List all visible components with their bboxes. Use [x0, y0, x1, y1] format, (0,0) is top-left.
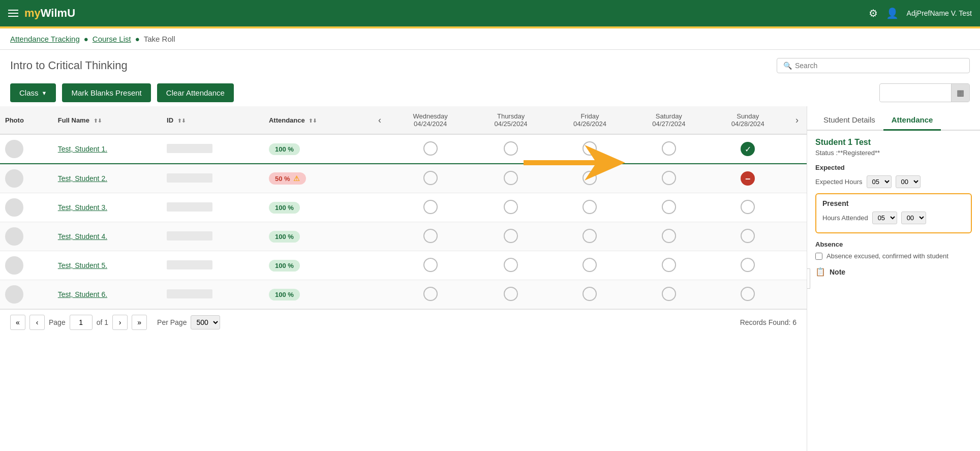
- daily-attendance-cell[interactable]: [550, 134, 629, 164]
- empty-circle[interactable]: [504, 258, 518, 272]
- empty-circle[interactable]: [741, 200, 755, 214]
- daily-attendance-cell[interactable]: –: [709, 164, 787, 193]
- daily-attendance-cell[interactable]: [629, 193, 708, 222]
- daily-attendance-cell[interactable]: [709, 251, 787, 280]
- empty-circle[interactable]: [504, 171, 518, 185]
- empty-circle[interactable]: [741, 287, 755, 301]
- student-link[interactable]: Test, Student 1.: [58, 145, 107, 153]
- daily-attendance-cell[interactable]: [389, 164, 472, 193]
- student-link[interactable]: Test, Student 5.: [58, 261, 107, 269]
- daily-attendance-cell[interactable]: [550, 251, 629, 280]
- absent-circle[interactable]: –: [741, 171, 755, 186]
- expected-hours-select[interactable]: 05: [867, 175, 892, 188]
- empty-circle[interactable]: [583, 229, 597, 243]
- prev-week-btn[interactable]: ‹: [375, 115, 384, 126]
- breadcrumb-home[interactable]: Attendance Tracking: [10, 35, 80, 43]
- daily-attendance-cell[interactable]: [709, 280, 787, 309]
- daily-attendance-cell[interactable]: [629, 251, 708, 280]
- empty-circle[interactable]: [662, 229, 676, 243]
- daily-attendance-cell[interactable]: [550, 164, 629, 193]
- empty-circle[interactable]: [504, 200, 518, 214]
- daily-attendance-cell[interactable]: [471, 164, 550, 193]
- daily-attendance-cell[interactable]: [629, 134, 708, 164]
- date-input[interactable]: 04/28/2024: [880, 85, 951, 101]
- note-section[interactable]: 📋 Note: [815, 267, 972, 277]
- empty-circle[interactable]: [504, 287, 518, 301]
- empty-circle[interactable]: [423, 258, 438, 272]
- daily-attendance-cell[interactable]: [550, 222, 629, 251]
- empty-circle[interactable]: [504, 229, 518, 243]
- daily-attendance-cell[interactable]: [389, 193, 472, 222]
- page-input[interactable]: 1: [70, 315, 93, 330]
- empty-circle[interactable]: [662, 141, 676, 156]
- empty-circle[interactable]: [741, 229, 755, 243]
- daily-attendance-cell[interactable]: [629, 280, 708, 309]
- daily-attendance-cell[interactable]: [471, 193, 550, 222]
- student-link[interactable]: Test, Student 2.: [58, 174, 107, 183]
- empty-circle[interactable]: [583, 287, 597, 301]
- empty-circle[interactable]: [662, 258, 676, 272]
- empty-circle[interactable]: [423, 287, 438, 301]
- daily-attendance-cell[interactable]: [389, 222, 472, 251]
- student-link[interactable]: Test, Student 4.: [58, 232, 107, 240]
- user-icon[interactable]: 👤: [886, 7, 899, 19]
- next-page-btn[interactable]: ›: [112, 315, 128, 330]
- empty-circle[interactable]: [423, 171, 438, 185]
- daily-attendance-cell[interactable]: [389, 280, 472, 309]
- empty-circle[interactable]: [583, 171, 597, 185]
- empty-circle[interactable]: [423, 200, 438, 214]
- present-minutes-select[interactable]: 00: [901, 212, 926, 224]
- calendar-icon[interactable]: ▦: [951, 84, 969, 102]
- daily-attendance-cell[interactable]: [471, 134, 550, 164]
- absence-excused-checkbox[interactable]: [815, 253, 822, 260]
- clear-attendance-button[interactable]: Clear Attendance: [157, 83, 234, 102]
- per-page-select[interactable]: 500 100 50: [191, 315, 220, 329]
- daily-attendance-cell[interactable]: [550, 193, 629, 222]
- student-link[interactable]: Test, Student 3.: [58, 203, 107, 212]
- empty-circle[interactable]: [662, 171, 676, 185]
- tab-attendance[interactable]: Attendance: [883, 110, 941, 131]
- daily-attendance-cell[interactable]: [471, 222, 550, 251]
- expected-minutes-select[interactable]: 00: [896, 175, 921, 188]
- col-attendance[interactable]: Attendance ⬆⬇: [264, 106, 370, 134]
- present-hours-select[interactable]: 05: [872, 212, 897, 224]
- breadcrumb-course-list[interactable]: Course List: [93, 35, 131, 43]
- empty-circle[interactable]: [662, 287, 676, 301]
- daily-attendance-cell[interactable]: [709, 193, 787, 222]
- empty-circle[interactable]: [583, 258, 597, 272]
- empty-circle[interactable]: [423, 141, 438, 156]
- empty-circle[interactable]: [662, 200, 676, 214]
- daily-attendance-cell[interactable]: [629, 222, 708, 251]
- class-button[interactable]: Class ▼: [10, 83, 56, 102]
- daily-attendance-cell[interactable]: [471, 251, 550, 280]
- col-full-name[interactable]: Full Name ⬆⬇: [53, 106, 162, 134]
- mark-blanks-button[interactable]: Mark Blanks Present: [62, 83, 150, 102]
- prev-date-arrow[interactable]: ‹: [370, 106, 389, 134]
- empty-circle[interactable]: [583, 200, 597, 214]
- menu-icon[interactable]: [8, 10, 18, 17]
- empty-circle[interactable]: [741, 258, 755, 272]
- sidebar-toggle[interactable]: ›: [807, 268, 810, 289]
- next-week-btn[interactable]: ›: [792, 115, 802, 126]
- gear-icon[interactable]: ⚙: [869, 7, 878, 19]
- last-page-btn[interactable]: »: [132, 315, 147, 330]
- user-name[interactable]: AdjPrefName V. Test: [907, 9, 972, 17]
- empty-circle[interactable]: [504, 141, 518, 156]
- prev-page-btn[interactable]: ‹: [29, 315, 45, 330]
- daily-attendance-cell[interactable]: [389, 251, 472, 280]
- daily-attendance-cell[interactable]: ✓: [709, 134, 787, 164]
- present-circle[interactable]: ✓: [741, 142, 755, 156]
- first-page-btn[interactable]: «: [10, 315, 25, 330]
- empty-circle[interactable]: [423, 229, 438, 243]
- daily-attendance-cell[interactable]: [550, 280, 629, 309]
- tab-student-details[interactable]: Student Details: [815, 110, 883, 131]
- daily-attendance-cell[interactable]: [629, 164, 708, 193]
- student-link[interactable]: Test, Student 6.: [58, 290, 107, 298]
- search-input[interactable]: [795, 62, 963, 70]
- next-date-arrow[interactable]: ›: [787, 106, 807, 134]
- daily-attendance-cell[interactable]: [709, 222, 787, 251]
- daily-attendance-cell[interactable]: [471, 280, 550, 309]
- empty-circle[interactable]: [583, 141, 597, 156]
- col-id[interactable]: ID ⬆⬇: [162, 106, 264, 134]
- daily-attendance-cell[interactable]: [389, 134, 472, 164]
